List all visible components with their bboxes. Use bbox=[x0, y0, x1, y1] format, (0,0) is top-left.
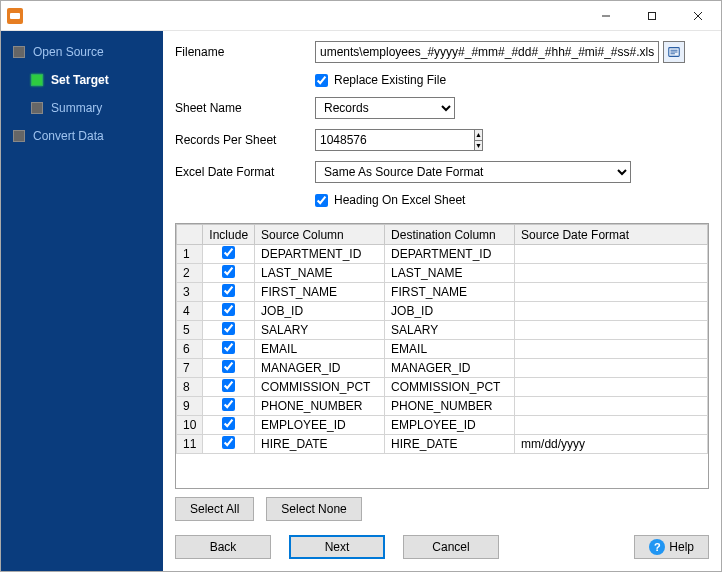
minimize-button[interactable] bbox=[583, 1, 629, 30]
source-column-cell[interactable]: EMAIL bbox=[255, 340, 385, 359]
dest-column-cell[interactable]: MANAGER_ID bbox=[385, 359, 515, 378]
step-icon bbox=[13, 130, 25, 142]
dest-column-cell[interactable]: LAST_NAME bbox=[385, 264, 515, 283]
table-row[interactable]: 9PHONE_NUMBERPHONE_NUMBER bbox=[177, 397, 708, 416]
app-icon bbox=[7, 8, 23, 24]
col-header-dest[interactable]: Destination Column bbox=[385, 225, 515, 245]
date-format-cell[interactable] bbox=[515, 283, 708, 302]
source-column-cell[interactable]: SALARY bbox=[255, 321, 385, 340]
dest-column-cell[interactable]: DEPARTMENT_ID bbox=[385, 245, 515, 264]
date-format-cell[interactable] bbox=[515, 397, 708, 416]
row-number: 5 bbox=[177, 321, 203, 340]
records-per-sheet-input[interactable] bbox=[315, 129, 474, 151]
maximize-button[interactable] bbox=[629, 1, 675, 30]
include-checkbox[interactable] bbox=[222, 322, 235, 335]
date-format-cell[interactable] bbox=[515, 359, 708, 378]
excel-date-format-label: Excel Date Format bbox=[175, 165, 315, 179]
table-row[interactable]: 1DEPARTMENT_IDDEPARTMENT_ID bbox=[177, 245, 708, 264]
nav-label: Open Source bbox=[33, 45, 104, 59]
include-checkbox[interactable] bbox=[222, 246, 235, 259]
date-format-cell[interactable] bbox=[515, 302, 708, 321]
excel-date-format-select[interactable]: Same As Source Date Format bbox=[315, 161, 631, 183]
dest-column-cell[interactable]: COMMISSION_PCT bbox=[385, 378, 515, 397]
source-column-cell[interactable]: DEPARTMENT_ID bbox=[255, 245, 385, 264]
filename-input[interactable] bbox=[315, 41, 659, 63]
dest-column-cell[interactable]: HIRE_DATE bbox=[385, 435, 515, 454]
date-format-cell[interactable] bbox=[515, 245, 708, 264]
source-column-cell[interactable]: HIRE_DATE bbox=[255, 435, 385, 454]
include-checkbox[interactable] bbox=[222, 398, 235, 411]
nav-set-target[interactable]: Set Target bbox=[31, 73, 155, 87]
dest-column-cell[interactable]: FIRST_NAME bbox=[385, 283, 515, 302]
col-header-include[interactable]: Include bbox=[203, 225, 255, 245]
row-number: 6 bbox=[177, 340, 203, 359]
table-row[interactable]: 3FIRST_NAMEFIRST_NAME bbox=[177, 283, 708, 302]
maximize-icon bbox=[647, 11, 657, 21]
table-row[interactable]: 11HIRE_DATEHIRE_DATEmm/dd/yyyy bbox=[177, 435, 708, 454]
row-number: 11 bbox=[177, 435, 203, 454]
date-format-cell[interactable] bbox=[515, 321, 708, 340]
col-header-source[interactable]: Source Column bbox=[255, 225, 385, 245]
spin-down-button[interactable]: ▼ bbox=[475, 141, 482, 151]
include-checkbox[interactable] bbox=[222, 417, 235, 430]
nav-label: Convert Data bbox=[33, 129, 104, 143]
col-header-date-format[interactable]: Source Date Format bbox=[515, 225, 708, 245]
nav-convert-data[interactable]: Convert Data bbox=[13, 129, 155, 143]
dest-column-cell[interactable]: SALARY bbox=[385, 321, 515, 340]
include-checkbox[interactable] bbox=[222, 284, 235, 297]
dest-column-cell[interactable]: EMPLOYEE_ID bbox=[385, 416, 515, 435]
heading-on-sheet-checkbox[interactable] bbox=[315, 194, 328, 207]
step-icon bbox=[13, 46, 25, 58]
dest-column-cell[interactable]: PHONE_NUMBER bbox=[385, 397, 515, 416]
cancel-button[interactable]: Cancel bbox=[403, 535, 499, 559]
date-format-cell[interactable] bbox=[515, 378, 708, 397]
row-number: 10 bbox=[177, 416, 203, 435]
table-row[interactable]: 4JOB_IDJOB_ID bbox=[177, 302, 708, 321]
close-button[interactable] bbox=[675, 1, 721, 30]
browse-icon bbox=[667, 45, 681, 59]
browse-button[interactable] bbox=[663, 41, 685, 63]
include-checkbox[interactable] bbox=[222, 436, 235, 449]
table-row[interactable]: 5SALARYSALARY bbox=[177, 321, 708, 340]
source-column-cell[interactable]: JOB_ID bbox=[255, 302, 385, 321]
date-format-cell[interactable]: mm/dd/yyyy bbox=[515, 435, 708, 454]
source-column-cell[interactable]: PHONE_NUMBER bbox=[255, 397, 385, 416]
include-checkbox[interactable] bbox=[222, 379, 235, 392]
table-row[interactable]: 7MANAGER_IDMANAGER_ID bbox=[177, 359, 708, 378]
select-none-button[interactable]: Select None bbox=[266, 497, 361, 521]
source-column-cell[interactable]: MANAGER_ID bbox=[255, 359, 385, 378]
source-column-cell[interactable]: LAST_NAME bbox=[255, 264, 385, 283]
spin-up-button[interactable]: ▲ bbox=[475, 130, 482, 141]
source-column-cell[interactable]: FIRST_NAME bbox=[255, 283, 385, 302]
replace-existing-checkbox[interactable] bbox=[315, 74, 328, 87]
table-row[interactable]: 8COMMISSION_PCTCOMMISSION_PCT bbox=[177, 378, 708, 397]
table-row[interactable]: 2LAST_NAMELAST_NAME bbox=[177, 264, 708, 283]
col-header-rownum[interactable] bbox=[177, 225, 203, 245]
include-checkbox[interactable] bbox=[222, 341, 235, 354]
next-button[interactable]: Next bbox=[289, 535, 385, 559]
window-controls bbox=[583, 1, 721, 30]
nav-summary[interactable]: Summary bbox=[31, 101, 155, 115]
source-column-cell[interactable]: EMPLOYEE_ID bbox=[255, 416, 385, 435]
dest-column-cell[interactable]: JOB_ID bbox=[385, 302, 515, 321]
date-format-cell[interactable] bbox=[515, 340, 708, 359]
sheet-name-select[interactable]: Records bbox=[315, 97, 455, 119]
include-checkbox[interactable] bbox=[222, 265, 235, 278]
help-button[interactable]: ? Help bbox=[634, 535, 709, 559]
include-checkbox[interactable] bbox=[222, 303, 235, 316]
date-format-cell[interactable] bbox=[515, 416, 708, 435]
dest-column-cell[interactable]: EMAIL bbox=[385, 340, 515, 359]
back-button[interactable]: Back bbox=[175, 535, 271, 559]
include-checkbox[interactable] bbox=[222, 360, 235, 373]
svg-rect-1 bbox=[649, 12, 656, 19]
replace-existing-label: Replace Existing File bbox=[334, 73, 446, 87]
row-number: 4 bbox=[177, 302, 203, 321]
source-column-cell[interactable]: COMMISSION_PCT bbox=[255, 378, 385, 397]
date-format-cell[interactable] bbox=[515, 264, 708, 283]
app-window: Open Source Set Target Summary Convert D… bbox=[0, 0, 722, 572]
select-all-button[interactable]: Select All bbox=[175, 497, 254, 521]
nav-label: Set Target bbox=[51, 73, 109, 87]
table-row[interactable]: 10EMPLOYEE_IDEMPLOYEE_ID bbox=[177, 416, 708, 435]
table-row[interactable]: 6EMAILEMAIL bbox=[177, 340, 708, 359]
nav-open-source[interactable]: Open Source bbox=[13, 45, 155, 59]
